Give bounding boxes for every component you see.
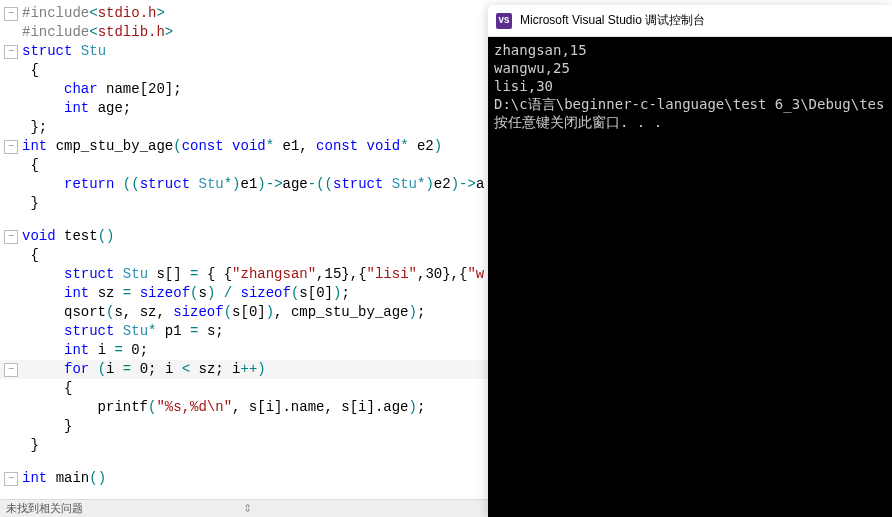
console-title: Microsoft Visual Studio 调试控制台	[520, 12, 705, 29]
fold-gutter-icon	[4, 102, 18, 116]
code-line[interactable]: struct Stu* p1 = s;	[0, 322, 488, 341]
code-text: {	[20, 379, 72, 398]
fold-gutter-icon	[4, 159, 18, 173]
fold-gutter-icon	[4, 455, 18, 469]
code-line[interactable]: int age;	[0, 99, 488, 118]
code-text: printf("%s,%d\n", s[i].name, s[i].age);	[20, 398, 425, 417]
code-line[interactable]: }	[0, 417, 488, 436]
code-text: qsort(s, sz, sizeof(s[0]), cmp_stu_by_ag…	[20, 303, 425, 322]
status-text: 未找到相关问题	[6, 501, 83, 516]
code-text: {	[20, 61, 39, 80]
fold-gutter-icon	[4, 197, 18, 211]
fold-gutter-icon	[4, 64, 18, 78]
terminal-line: wangwu,25	[494, 59, 886, 77]
code-text: #include<stdlib.h>	[20, 23, 173, 42]
fold-gutter-icon	[4, 344, 18, 358]
code-line[interactable]: {	[0, 379, 488, 398]
fold-gutter-icon[interactable]: −	[4, 363, 18, 377]
code-text: for (i = 0; i < sz; i++)	[20, 360, 266, 379]
fold-gutter-icon[interactable]: −	[4, 45, 18, 59]
fold-gutter-icon	[4, 382, 18, 396]
code-line[interactable]	[0, 455, 488, 469]
fold-gutter-icon	[4, 287, 18, 301]
code-text: int cmp_stu_by_age(const void* e1, const…	[20, 137, 442, 156]
code-line[interactable]: qsort(s, sz, sizeof(s[0]), cmp_stu_by_ag…	[0, 303, 488, 322]
code-text: #include<stdio.h>	[20, 4, 165, 23]
fold-gutter-icon	[4, 268, 18, 282]
fold-gutter-icon	[4, 213, 18, 227]
code-text: }	[20, 436, 39, 455]
code-line[interactable]: int i = 0;	[0, 341, 488, 360]
fold-gutter-icon[interactable]: −	[4, 140, 18, 154]
code-text: return ((struct Stu*)e1)->age-((struct S…	[20, 175, 484, 194]
code-text: }	[20, 194, 39, 213]
code-text: };	[20, 118, 47, 137]
fold-gutter-icon[interactable]: −	[4, 7, 18, 21]
terminal-line: D:\c语言\beginner-c-language\test 6_3\Debu…	[494, 95, 886, 113]
code-line[interactable]: {	[0, 61, 488, 80]
code-text: }	[20, 417, 72, 436]
code-line[interactable]: return ((struct Stu*)e1)->age-((struct S…	[0, 175, 488, 194]
fold-gutter-icon	[4, 121, 18, 135]
fold-gutter-icon	[4, 178, 18, 192]
code-line[interactable]: int sz = sizeof(s) / sizeof(s[0]);	[0, 284, 488, 303]
fold-gutter-icon	[4, 26, 18, 40]
terminal-output[interactable]: zhangsan,15wangwu,25lisi,30D:\c语言\beginn…	[488, 37, 892, 517]
terminal-line: zhangsan,15	[494, 41, 886, 59]
fold-gutter-icon	[4, 83, 18, 97]
code-text: int i = 0;	[20, 341, 148, 360]
code-line[interactable]: {	[0, 156, 488, 175]
fold-gutter-icon	[4, 401, 18, 415]
code-line[interactable]	[0, 213, 488, 227]
code-line[interactable]: };	[0, 118, 488, 137]
code-line[interactable]: −int main()	[0, 469, 488, 488]
fold-gutter-icon[interactable]: −	[4, 472, 18, 486]
code-text: char name[20];	[20, 80, 182, 99]
code-text: struct Stu* p1 = s;	[20, 322, 224, 341]
fold-gutter-icon	[4, 439, 18, 453]
code-line[interactable]: printf("%s,%d\n", s[i].name, s[i].age);	[0, 398, 488, 417]
code-line[interactable]: }	[0, 194, 488, 213]
vs-icon: VS	[496, 13, 512, 29]
fold-gutter-icon[interactable]: −	[4, 230, 18, 244]
fold-gutter-icon	[4, 306, 18, 320]
scroll-hint-icon: ⇕	[243, 502, 253, 515]
status-bar: 未找到相关问题 ⇕	[0, 499, 488, 517]
code-text: {	[20, 246, 39, 265]
code-line[interactable]: −void test()	[0, 227, 488, 246]
debug-console-window[interactable]: VS Microsoft Visual Studio 调试控制台 zhangsa…	[488, 5, 892, 517]
terminal-line: lisi,30	[494, 77, 886, 95]
code-text: int main()	[20, 469, 106, 488]
code-text: struct Stu	[20, 42, 106, 61]
code-line[interactable]: {	[0, 246, 488, 265]
fold-gutter-icon	[4, 325, 18, 339]
code-text: int sz = sizeof(s) / sizeof(s[0]);	[20, 284, 350, 303]
code-text: {	[20, 156, 39, 175]
fold-gutter-icon	[4, 420, 18, 434]
code-line[interactable]: −struct Stu	[0, 42, 488, 61]
code-line[interactable]: char name[20];	[0, 80, 488, 99]
code-line[interactable]: }	[0, 436, 488, 455]
code-line[interactable]: struct Stu s[] = { {"zhangsan",15},{"lis…	[0, 265, 488, 284]
code-line[interactable]: − for (i = 0; i < sz; i++)	[0, 360, 488, 379]
code-text: int age;	[20, 99, 131, 118]
code-editor[interactable]: −#include<stdio.h> #include<stdlib.h>−st…	[0, 0, 488, 517]
code-line[interactable]: #include<stdlib.h>	[0, 23, 488, 42]
code-text: struct Stu s[] = { {"zhangsan",15},{"lis…	[20, 265, 484, 284]
console-titlebar[interactable]: VS Microsoft Visual Studio 调试控制台	[488, 5, 892, 37]
fold-gutter-icon	[4, 249, 18, 263]
code-line[interactable]: −#include<stdio.h>	[0, 4, 488, 23]
terminal-line: 按任意键关闭此窗口. . .	[494, 113, 886, 131]
code-text: void test()	[20, 227, 114, 246]
code-line[interactable]: −int cmp_stu_by_age(const void* e1, cons…	[0, 137, 488, 156]
